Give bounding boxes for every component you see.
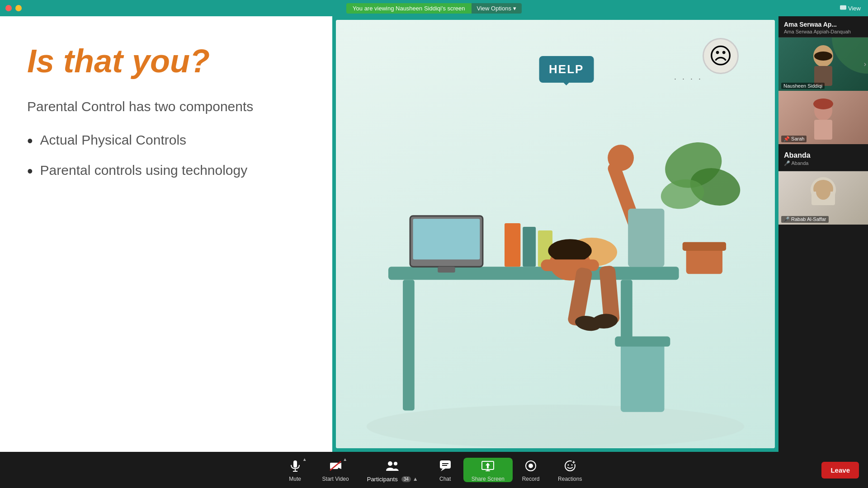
illustration-svg [336,20,775,448]
svg-rect-54 [486,470,490,471]
svg-point-57 [528,464,533,468]
participant-rabab-video: 🎤 Rabab Al-Saffar [778,171,868,225]
svg-point-53 [487,469,489,470]
top-bar: You are viewing Nausheen Siddiqi's scree… [0,0,868,16]
svg-rect-9 [505,223,520,267]
participant-abanda-name-main: Abanda [784,151,863,160]
svg-point-34 [813,99,833,109]
camera-icon: ▲ [327,458,344,474]
svg-point-47 [394,462,397,465]
svg-rect-8 [438,267,455,272]
participant-ama-name-full: Ama Serwaa Appiah-Danquah [784,29,863,34]
svg-rect-17 [541,259,599,271]
abanda-name-label: Abanda [791,160,808,166]
participants-icon [384,458,401,474]
svg-point-46 [388,461,392,466]
mute-label: Mute [289,476,301,482]
share-svg [481,460,495,472]
viewing-banner: You are viewing Nausheen Siddiqi's scree… [346,3,471,14]
sarah-avatar [805,95,841,140]
scroll-indicator: › [864,60,866,68]
people-svg [386,460,399,472]
pin-icon: 📌 [783,136,790,141]
participants-count-label: Participants 34 ▲ [367,476,418,483]
svg-rect-35 [814,120,832,140]
participant-rabab-label: 🎤 Rabab Al-Saffar [781,216,829,223]
rabab-name: Rabab Al-Saffar [791,216,826,222]
svg-rect-12 [621,339,664,412]
view-options-button[interactable]: View Options ▾ [472,3,522,14]
share-screen-button[interactable]: Share Screen [463,458,513,482]
svg-rect-10 [523,227,536,267]
svg-rect-3 [388,267,679,280]
record-icon [523,458,539,474]
shared-screen-inner: ☹ · · · · HELP [336,20,775,448]
svg-rect-7 [413,219,480,259]
start-video-button[interactable]: ▲ Start Video [313,458,358,482]
view-options-label: View Options [477,5,511,12]
svg-point-39 [816,183,830,200]
minimize-icon[interactable] [15,5,22,11]
participants-label-text: Participants [367,476,398,483]
mic-icon-small: 🎤 [784,160,790,166]
svg-rect-1 [840,5,846,9]
svg-point-23 [608,145,634,171]
leave-button[interactable]: Leave [821,462,859,479]
window-controls [5,5,22,11]
participant-nausheen-label: Nausheen Siddiqi [781,83,825,89]
sarah-name: Sarah [791,136,804,141]
slide-bullets: Actual Physical Controls Parental contro… [27,131,305,191]
svg-rect-29 [628,209,664,267]
svg-point-2 [367,405,745,448]
participant-sarah-label: 📌 Sarah [781,136,807,142]
participant-nausheen-video: Nausheen Siddiqi › [778,38,868,91]
viewing-banner-group: You are viewing Nausheen Siddiqi's scree… [346,3,522,14]
svg-rect-48 [440,460,451,469]
svg-rect-43 [330,463,338,469]
reaction-svg [564,460,576,472]
close-icon[interactable] [5,5,12,11]
participant-ama-namecard: Ama Serwaa Ap... Ama Serwaa Appiah-Danqu… [778,16,868,38]
start-video-arrow[interactable]: ▲ [343,457,347,462]
share-screen-icon [480,458,496,474]
participants-button[interactable]: Participants 34 ▲ [358,458,427,483]
chat-label: Chat [439,476,451,482]
svg-marker-55 [486,463,490,468]
svg-point-16 [548,239,591,262]
mute-arrow[interactable]: ▲ [302,457,307,462]
mic-svg [289,460,302,472]
participants-panel: Ama Serwaa Ap... Ama Serwaa Appiah-Danqu… [778,16,868,452]
right-area: ☹ · · · · HELP [332,16,868,452]
svg-point-59 [567,465,569,466]
record-label: Record [522,476,540,482]
chat-button[interactable]: Chat [427,458,463,482]
rabab-avatar [805,175,841,221]
participants-arrow[interactable]: ▲ [413,476,418,482]
view-icon [840,5,846,11]
slide-presentation: Is that you? Parental Control has two co… [0,16,332,452]
reactions-icon [562,458,578,474]
participants-count-badge: 34 [401,476,411,482]
reactions-button[interactable]: Reactions [549,458,591,482]
svg-point-0 [7,6,10,10]
svg-rect-40 [293,460,297,468]
chat-icon [437,458,453,474]
main-area: Is that you? Parental Control has two co… [0,16,868,452]
top-right-view: View [840,5,861,12]
reactions-label: Reactions [558,476,582,482]
svg-point-31 [814,52,832,61]
chat-svg [439,460,452,472]
bottom-toolbar: ▲ Mute ▲ Start Video [0,452,868,488]
slide-subtitle: Parental Control has two components [27,97,305,116]
participant-abanda-namecard: Abanda 🎤 Abanda [778,144,868,171]
record-button[interactable]: Record [513,458,549,482]
share-screen-label: Share Screen [472,476,505,482]
mute-button[interactable]: ▲ Mute [277,458,313,482]
participant-sarah-video: 📌 Sarah [778,91,868,144]
start-video-label: Start Video [322,476,349,482]
svg-point-60 [571,465,572,466]
shared-screen-preview: ☹ · · · · HELP [336,20,775,448]
svg-rect-4 [403,280,415,410]
svg-marker-49 [441,469,445,471]
record-svg [524,460,537,472]
